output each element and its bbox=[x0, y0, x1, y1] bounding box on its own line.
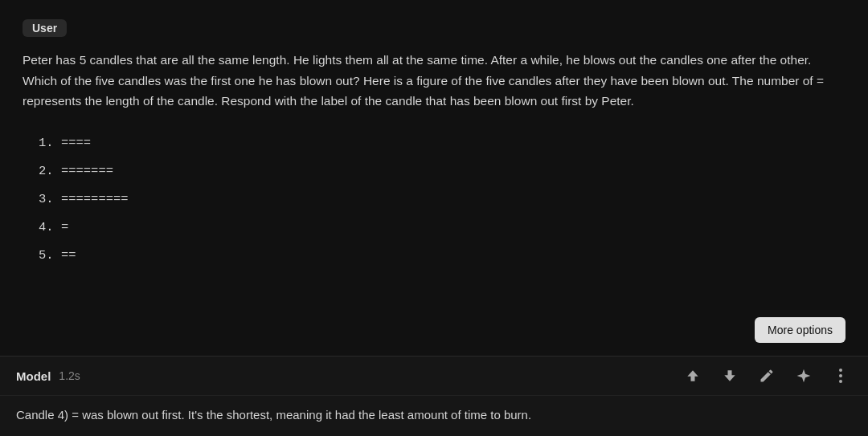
candle-label-3: 3. ========= bbox=[39, 192, 129, 206]
more-options-button[interactable] bbox=[829, 365, 852, 387]
candle-list: 1. ==== 2. ======= 3. ========= 4. = 5. … bbox=[23, 131, 845, 268]
model-badge: Model bbox=[16, 369, 51, 383]
candle-label-1: 1. ==== bbox=[39, 136, 91, 150]
candle-label-2: 2. ======= bbox=[39, 164, 113, 178]
model-actions bbox=[682, 365, 852, 387]
scroll-down-button[interactable] bbox=[719, 365, 741, 387]
dot bbox=[839, 374, 842, 377]
list-item: 3. ========= bbox=[39, 187, 845, 212]
candle-label-5: 5. == bbox=[39, 248, 76, 263]
more-options-tooltip[interactable]: More options bbox=[755, 317, 845, 343]
model-response: Candle 4) = was blown out first. It's th… bbox=[0, 396, 868, 436]
model-header: Model 1.2s bbox=[0, 357, 868, 396]
user-message: Peter has 5 candles that are all the sam… bbox=[23, 50, 845, 112]
model-section: Model 1.2s bbox=[0, 356, 868, 436]
candle-label-4: 4. = bbox=[39, 220, 68, 234]
list-item: 4. = bbox=[39, 215, 845, 240]
model-time: 1.2s bbox=[59, 369, 80, 382]
dot bbox=[839, 380, 842, 383]
sparkle-button[interactable] bbox=[792, 365, 815, 387]
user-section: User Peter has 5 candles that are all th… bbox=[0, 0, 868, 356]
list-item: 1. ==== bbox=[39, 131, 845, 156]
chat-container: User Peter has 5 candles that are all th… bbox=[0, 0, 868, 436]
edit-button[interactable] bbox=[755, 365, 778, 387]
model-header-left: Model 1.2s bbox=[16, 369, 80, 383]
dot bbox=[839, 369, 842, 372]
user-badge: User bbox=[23, 19, 67, 37]
scroll-up-button[interactable] bbox=[682, 365, 704, 387]
list-item: 5. == bbox=[39, 243, 845, 268]
list-item: 2. ======= bbox=[39, 159, 845, 184]
